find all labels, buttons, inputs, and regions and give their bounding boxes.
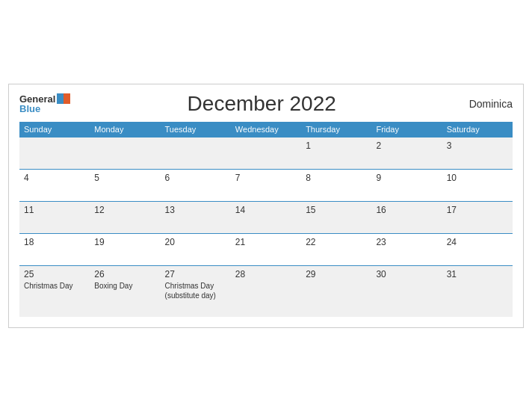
calendar-cell: 20: [161, 233, 231, 265]
day-number: 20: [165, 237, 226, 247]
day-number: 2: [376, 140, 437, 151]
calendar-cell: [19, 137, 90, 169]
calendar-cell: 23: [371, 233, 442, 265]
col-saturday: Saturday: [442, 122, 513, 137]
calendar-cell: 31: [442, 265, 513, 317]
day-number: 31: [447, 269, 508, 279]
calendar-cell: 1: [301, 137, 371, 169]
day-number: 1: [306, 140, 367, 151]
day-number: 26: [94, 269, 155, 279]
calendar-table: Sunday Monday Tuesday Wednesday Thursday…: [19, 122, 513, 317]
calendar-country: Dominica: [453, 98, 513, 110]
day-number: 3: [447, 140, 508, 151]
day-number: 17: [447, 205, 508, 215]
calendar-cell: 11: [19, 201, 90, 233]
calendar-cell: 7: [231, 169, 301, 201]
calendar-cell: 25Christmas Day: [19, 265, 90, 317]
day-number: 30: [376, 269, 437, 279]
day-number: 23: [376, 237, 437, 247]
day-number: 25: [24, 269, 85, 279]
calendar-cell: 6: [161, 169, 231, 201]
calendar-cell: 16: [371, 201, 442, 233]
calendar-cell: 29: [301, 265, 371, 317]
logo: General Blue: [19, 93, 70, 114]
day-number: 11: [24, 205, 85, 215]
calendar-cell: 18: [19, 233, 90, 265]
day-number: 24: [447, 237, 508, 247]
day-number: 21: [235, 237, 297, 247]
holiday-label: Christmas Day (substitute day): [165, 281, 226, 300]
col-thursday: Thursday: [301, 122, 371, 137]
col-sunday: Sunday: [19, 122, 90, 137]
day-number: 19: [94, 237, 155, 247]
calendar-cell: 19: [90, 233, 160, 265]
col-tuesday: Tuesday: [161, 122, 231, 137]
calendar-cell: 21: [231, 233, 301, 265]
calendar-cell: 26Boxing Day: [90, 265, 160, 317]
day-number: 18: [24, 237, 85, 247]
calendar-cell: 13: [161, 201, 231, 233]
day-number: 15: [306, 205, 367, 215]
day-number: 12: [94, 205, 155, 215]
logo-blue-text: Blue: [19, 104, 70, 114]
calendar-header: General Blue December 2022 Dominica: [19, 92, 513, 116]
holiday-label: Christmas Day: [24, 281, 85, 291]
calendar-cell: 30: [371, 265, 442, 317]
calendar-title: December 2022: [70, 92, 453, 116]
day-number: 6: [165, 173, 226, 183]
calendar-cell: [90, 137, 160, 169]
calendar-cell: 24: [442, 233, 513, 265]
svg-marker-1: [57, 93, 64, 104]
day-number: 29: [306, 269, 367, 279]
calendar-cell: 17: [442, 201, 513, 233]
day-number: 22: [306, 237, 367, 247]
day-number: 7: [235, 173, 297, 183]
day-number: 10: [447, 173, 508, 183]
day-number: 27: [165, 269, 226, 279]
calendar-cell: 10: [442, 169, 513, 201]
day-number: 9: [376, 173, 437, 183]
day-number: 8: [306, 173, 367, 183]
calendar-cell: 22: [301, 233, 371, 265]
day-number: 4: [24, 173, 85, 183]
calendar-cell: 14: [231, 201, 301, 233]
calendar-cell: [231, 137, 301, 169]
col-friday: Friday: [371, 122, 442, 137]
calendar-body: 1234567891011121314151617181920212223242…: [19, 137, 513, 317]
day-number: 14: [235, 205, 297, 215]
calendar-header-row: Sunday Monday Tuesday Wednesday Thursday…: [19, 122, 513, 137]
calendar-cell: 4: [19, 169, 90, 201]
col-monday: Monday: [90, 122, 160, 137]
col-wednesday: Wednesday: [231, 122, 301, 137]
day-number: 13: [165, 205, 226, 215]
day-number: 28: [235, 269, 297, 279]
calendar-container: General Blue December 2022 Dominica Sund…: [8, 84, 524, 328]
calendar-cell: 28: [231, 265, 301, 317]
calendar-cell: 5: [90, 169, 160, 201]
svg-marker-0: [64, 93, 70, 104]
day-number: 5: [94, 173, 155, 183]
calendar-cell: 8: [301, 169, 371, 201]
calendar-cell: 9: [371, 169, 442, 201]
calendar-cell: 3: [442, 137, 513, 169]
calendar-cell: [161, 137, 231, 169]
holiday-label: Boxing Day: [94, 281, 155, 291]
calendar-cell: 15: [301, 201, 371, 233]
calendar-cell: 2: [371, 137, 442, 169]
day-number: 16: [376, 205, 437, 215]
logo-flag-icon: [57, 93, 70, 104]
calendar-cell: 12: [90, 201, 160, 233]
calendar-cell: 27Christmas Day (substitute day): [161, 265, 231, 317]
